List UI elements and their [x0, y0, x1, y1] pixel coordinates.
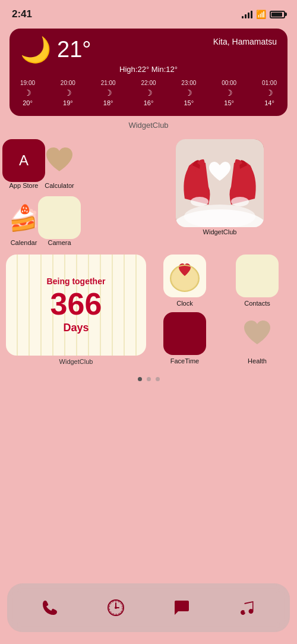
page-dot-1 [138, 377, 142, 381]
signal-icon [242, 10, 252, 18]
apps-right-grid: Clock Contacts FaceTime Health [151, 252, 291, 367]
status-bar: 2:41 📶 [0, 0, 297, 26]
widget-club-label: WidgetClub [0, 121, 297, 130]
calculator-item[interactable]: Calculator [42, 136, 77, 193]
dock-music[interactable] [230, 590, 265, 625]
clock-item[interactable]: Clock [151, 255, 219, 307]
weather-location: Kita, Hamamatsu [213, 37, 277, 46]
health-item[interactable]: Health [223, 312, 291, 365]
moon-icon: 🌙 [20, 37, 51, 62]
being-together-label: WidgetClub [6, 358, 146, 365]
weather-hour-2: 20:00 ☽ 19° [61, 80, 75, 106]
weather-widget[interactable]: 🌙 21° Kita, Hamamatsu High:22° Min:12° 1… [10, 29, 287, 116]
page-dot-3 [156, 377, 160, 381]
calendar-item[interactable]: 🍰 Calendar [6, 193, 42, 250]
health-label: Health [248, 357, 267, 365]
apps-left-cols: A App Store Calculator 🍰 Calendar [6, 136, 148, 250]
contacts-label: Contacts [244, 300, 270, 307]
svg-text:A: A [19, 152, 29, 168]
battery-icon [270, 11, 285, 18]
weather-right: Kita, Hamamatsu [213, 37, 277, 46]
weather-hour-3: 21:00 ☽ 18° [101, 80, 116, 106]
facetime-label: FaceTime [170, 357, 200, 365]
widgetclub-photo-icon [176, 139, 264, 227]
weather-hour-6: 00:00 ☽ 15° [222, 80, 236, 106]
wifi-icon: 📶 [256, 10, 266, 19]
clock-icon [163, 255, 206, 297]
weather-top: 🌙 21° Kita, Hamamatsu [20, 37, 277, 62]
camera-icon [38, 196, 81, 239]
being-together-number: 366 [50, 288, 102, 319]
weather-temp: 21° [57, 37, 91, 62]
svg-point-5 [231, 197, 249, 206]
status-icons: 📶 [242, 10, 285, 19]
weather-hour-7: 01:00 ☽ 14° [262, 80, 277, 106]
being-together-title: Being together [47, 277, 106, 286]
widgetclub-photo-wrapper[interactable]: WidgetClub [148, 136, 291, 239]
widgetclub-photo-label: WidgetClub [203, 228, 237, 235]
app-store-label: App Store [10, 182, 39, 189]
weather-hour-1: 19:00 ☽ 20° [20, 80, 35, 106]
being-together-widget[interactable]: Being together 366 Days [6, 255, 146, 356]
app-store-item[interactable]: A App Store [6, 136, 42, 193]
calculator-label: Calculator [45, 182, 74, 189]
weather-hour-4: 22:00 ☽ 16° [141, 80, 156, 106]
dock [7, 583, 290, 632]
dock-clock[interactable] [99, 590, 133, 625]
svg-point-13 [115, 607, 117, 609]
clock-label: Clock [176, 300, 193, 307]
contacts-icon [236, 255, 279, 297]
weather-highlow: High:22° Min:12° [20, 65, 277, 74]
svg-point-4 [191, 197, 208, 206]
app-row-1: A App Store Calculator [6, 136, 148, 193]
status-time: 2:41 [12, 8, 32, 20]
dock-messages[interactable] [165, 590, 199, 625]
being-together-outer[interactable]: Being together 366 Days WidgetClub [6, 252, 146, 367]
calculator-icon [38, 139, 81, 182]
calendar-label: Calendar [11, 239, 37, 246]
contacts-item[interactable]: Contacts [223, 255, 291, 307]
weather-left: 🌙 21° [20, 37, 91, 62]
being-together-days: Days [63, 322, 89, 334]
camera-label: Camera [48, 239, 71, 246]
facetime-icon [163, 312, 206, 355]
weather-hours: 19:00 ☽ 20° 20:00 ☽ 19° 21:00 ☽ 18° 22:0… [20, 80, 277, 106]
apps-first-section: A App Store Calculator 🍰 Calendar [0, 136, 297, 250]
health-icon [236, 312, 279, 355]
page-indicators [0, 377, 297, 381]
middle-section: Being together 366 Days WidgetClub Clock [0, 250, 297, 370]
page-dot-2 [147, 377, 151, 381]
app-row-2: 🍰 Calendar Camera [6, 193, 148, 250]
camera-item[interactable]: Camera [42, 193, 77, 250]
weather-hour-5: 23:00 ☽ 15° [181, 80, 196, 106]
dock-phone[interactable] [33, 590, 67, 625]
facetime-item[interactable]: FaceTime [151, 312, 219, 365]
